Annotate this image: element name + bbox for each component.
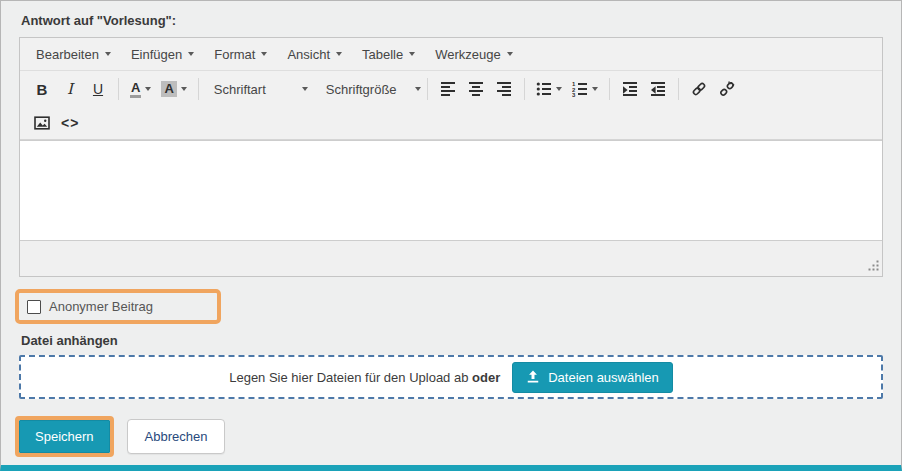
resize-grip-handle[interactable]: [866, 260, 879, 273]
image-icon: [34, 115, 50, 131]
italic-icon: I: [67, 80, 73, 98]
bold-button[interactable]: B: [28, 76, 56, 102]
dropzone-text: Legen Sie hier Dateien für den Upload ab…: [229, 370, 500, 385]
menu-ansicht[interactable]: Ansicht: [277, 41, 352, 67]
menu-werkzeuge[interactable]: Werkzeuge: [425, 41, 523, 67]
font-size-value: Schriftgröße: [326, 82, 397, 97]
reply-form-page: Antwort auf "Vorlesung": Bearbeiten Einf…: [0, 0, 902, 471]
font-family-select[interactable]: Schriftart: [205, 76, 317, 102]
form-actions: Speichern Abbrechen: [19, 416, 883, 457]
menu-einfuegen[interactable]: Einfügen: [121, 41, 204, 67]
chevron-down-icon: [302, 87, 308, 91]
chevron-down-icon: [336, 52, 342, 56]
chevron-down-icon: [188, 52, 194, 56]
align-left-button[interactable]: [434, 76, 462, 102]
rich-text-editor: Bearbeiten Einfügen Format Ansicht Tabel…: [19, 37, 883, 277]
anonymous-checkbox-text: Anonymer Beitrag: [49, 299, 153, 314]
dropzone-text-conjunction: oder: [472, 370, 500, 385]
toolbar-separator: [524, 78, 525, 100]
editor-statusbar: [20, 240, 882, 276]
menu-tabelle[interactable]: Tabelle: [352, 41, 425, 67]
bold-icon: B: [37, 81, 48, 98]
italic-button[interactable]: I: [56, 76, 84, 102]
toolbar-separator: [118, 78, 119, 100]
editor-toolbar-row2: <>: [20, 107, 882, 140]
align-center-button[interactable]: [462, 76, 490, 102]
text-color-button[interactable]: A: [125, 76, 156, 102]
upload-icon: [526, 370, 540, 384]
file-dropzone[interactable]: Legen Sie hier Dateien für den Upload ab…: [19, 355, 883, 399]
align-left-icon: [440, 81, 456, 97]
background-color-button[interactable]: A: [156, 76, 191, 102]
page-title: Antwort auf "Vorlesung":: [19, 13, 883, 28]
font-size-select[interactable]: Schriftgröße: [317, 76, 421, 102]
underline-button[interactable]: U: [84, 76, 112, 102]
text-color-icon: A: [130, 81, 141, 98]
chevron-down-icon: [145, 87, 151, 91]
align-right-button[interactable]: [490, 76, 518, 102]
toolbar-separator: [198, 78, 199, 100]
chevron-down-icon: [181, 87, 187, 91]
dropzone-text-main: Legen Sie hier Dateien für den Upload ab: [229, 370, 468, 385]
editor-body[interactable]: [20, 140, 882, 240]
chevron-down-icon: [261, 52, 267, 56]
toolbar-separator: [427, 78, 428, 100]
outdent-button[interactable]: [644, 76, 672, 102]
source-code-button[interactable]: <>: [56, 110, 84, 136]
indent-icon: [622, 81, 638, 97]
menu-tabelle-label: Tabelle: [362, 47, 403, 62]
menu-bearbeiten[interactable]: Bearbeiten: [26, 41, 121, 67]
numbered-list-icon: 123: [572, 81, 588, 97]
insert-image-button[interactable]: [28, 110, 56, 136]
menu-bearbeiten-label: Bearbeiten: [36, 47, 99, 62]
menu-format-label: Format: [214, 47, 255, 62]
background-color-icon: A: [161, 81, 176, 97]
select-files-button[interactable]: Dateien auswählen: [512, 362, 673, 393]
chevron-down-icon: [105, 52, 111, 56]
menu-werkzeuge-label: Werkzeuge: [435, 47, 501, 62]
font-family-value: Schriftart: [214, 82, 266, 97]
chevron-down-icon: [507, 52, 513, 56]
indent-button[interactable]: [616, 76, 644, 102]
chevron-down-icon: [592, 87, 598, 91]
attachment-heading: Datei anhängen: [21, 333, 883, 348]
align-center-icon: [468, 81, 484, 97]
cancel-button[interactable]: Abbrechen: [127, 419, 226, 454]
numbered-list-button[interactable]: 123: [567, 76, 603, 102]
bullet-list-icon: [536, 81, 552, 97]
bullet-list-button[interactable]: [531, 76, 567, 102]
annotation-highlight-save: Speichern: [15, 416, 114, 457]
save-button[interactable]: Speichern: [19, 420, 110, 453]
svg-text:3: 3: [572, 92, 576, 97]
outdent-icon: [650, 81, 666, 97]
select-files-label: Dateien auswählen: [548, 370, 659, 385]
align-right-icon: [496, 81, 512, 97]
chevron-down-icon: [415, 87, 421, 91]
editor-toolbar-row1: B I U A A Schriftart Sc: [20, 71, 882, 107]
anonymous-checkbox-label[interactable]: Anonymer Beitrag: [27, 299, 153, 314]
link-button[interactable]: [685, 76, 713, 102]
underline-icon: U: [93, 81, 103, 97]
menu-format[interactable]: Format: [204, 41, 277, 67]
anonymous-checkbox[interactable]: [27, 300, 41, 314]
link-icon: [691, 81, 707, 97]
toolbar-separator: [609, 78, 610, 100]
annotation-highlight-anonymous: Anonymer Beitrag: [15, 289, 221, 324]
toolbar-separator: [678, 78, 679, 100]
chevron-down-icon: [556, 87, 562, 91]
menu-ansicht-label: Ansicht: [287, 47, 330, 62]
chevron-down-icon: [409, 52, 415, 56]
editor-menubar: Bearbeiten Einfügen Format Ansicht Tabel…: [20, 38, 882, 71]
menu-einfuegen-label: Einfügen: [131, 47, 182, 62]
source-code-icon: <>: [61, 115, 79, 131]
unlink-button[interactable]: [713, 76, 741, 102]
unlink-icon: [719, 81, 735, 97]
